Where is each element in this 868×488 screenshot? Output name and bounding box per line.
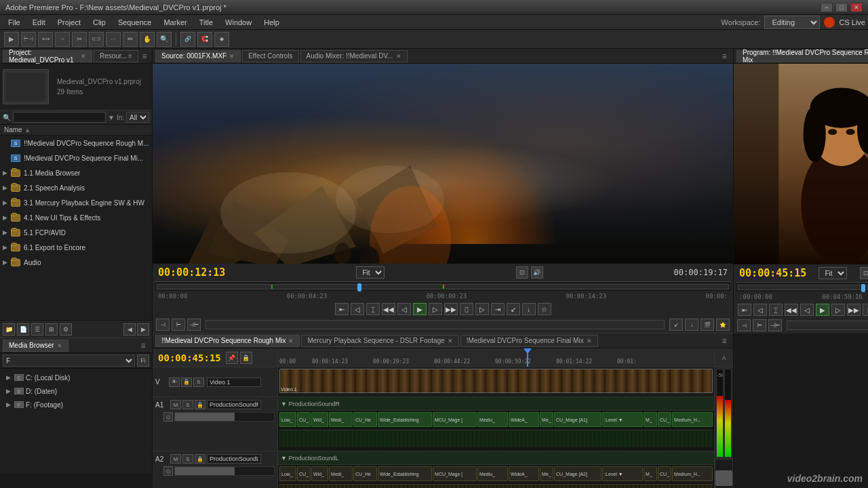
list-item[interactable]: ▶ 5.1 FCP/AVID	[0, 225, 152, 240]
list-item[interactable]: ▶ 3.1 Mercury Playback Engine SW & HW	[0, 195, 152, 210]
tool-ripple[interactable]: ⊢⊣	[21, 32, 36, 47]
prog-r2[interactable]: ⊢	[753, 319, 766, 331]
prog-step-rev[interactable]: ◁	[800, 304, 814, 316]
tab-audio-mixer[interactable]: Audio Mixer: !!Medieval DV... ✕	[300, 50, 408, 62]
source-output-toggle[interactable]: 🔊	[531, 266, 543, 279]
tool-rate[interactable]: ↔	[55, 32, 70, 47]
audio-clip[interactable]: Me_	[540, 466, 553, 481]
tab-media-browser[interactable]: Media Browser ✕	[3, 340, 68, 352]
src-r6[interactable]: 🎬	[701, 319, 714, 331]
search-in-dropdown[interactable]: All	[126, 112, 149, 123]
src-r3[interactable]: ⊣⊢	[187, 319, 201, 331]
prog-ff[interactable]: ▶▶	[847, 304, 861, 316]
icon-view-button[interactable]: ⊞	[45, 323, 58, 336]
tab-effect-controls[interactable]: Effect Controls	[242, 50, 298, 62]
tool-link[interactable]: 🔗	[180, 32, 195, 47]
timeline-rough-close[interactable]: ✕	[288, 338, 294, 344]
audio-clip[interactable]: CU_He	[353, 412, 377, 427]
source-monitor-menu[interactable]: ≡	[718, 50, 730, 62]
menu-file[interactable]: File	[3, 17, 26, 28]
src-r1[interactable]: ⊣	[156, 319, 170, 331]
src-r2[interactable]: ⊢	[172, 319, 185, 331]
menu-title[interactable]: Title	[194, 17, 218, 28]
source-scrubber-track[interactable]	[157, 284, 729, 289]
prog-r1[interactable]: ⊣	[737, 319, 751, 331]
src-r7[interactable]: ⭐	[716, 319, 730, 331]
menu-sequence[interactable]: Sequence	[113, 17, 157, 28]
tool-select[interactable]: ▶	[4, 32, 19, 47]
menu-clip[interactable]: Clip	[87, 17, 111, 28]
a2-track-name-input[interactable]	[207, 454, 261, 464]
list-item[interactable]: ▶ 4.1 New UI Tips & Effects	[0, 210, 152, 225]
video-track-name-input[interactable]	[207, 378, 261, 387]
list-view-button[interactable]: ☰	[31, 323, 43, 336]
source-mark-out[interactable]: ⌷	[460, 303, 473, 315]
minimize-button[interactable]: −	[821, 3, 833, 12]
source-go-to-in[interactable]: ⇤	[335, 303, 349, 315]
tab-resources[interactable]: Resour... ≡	[94, 50, 138, 62]
audio-clip[interactable]: Medi_	[329, 412, 353, 427]
program-fit-dropdown[interactable]: Fit	[818, 267, 847, 279]
source-scrubber[interactable]	[155, 281, 730, 291]
a1-solo[interactable]: S	[182, 400, 193, 409]
program-scrubber[interactable]	[736, 282, 868, 291]
audio-clip-level[interactable]: :Level ▼	[602, 466, 643, 481]
audio-clip[interactable]: Medium_H...	[672, 412, 713, 427]
tab-project[interactable]: Project: Medieval_DVCPro v1 ✕	[3, 50, 92, 62]
source-timecode-in[interactable]: 00:00:12:13	[158, 266, 225, 279]
prog-mark-out[interactable]: ⌷	[863, 304, 868, 316]
src-r4[interactable]: ↙	[669, 319, 683, 331]
source-scrubber-handle[interactable]	[357, 283, 361, 291]
tab-source[interactable]: Source: 0001FX.MXF ✕	[155, 50, 241, 62]
audio-clip[interactable]: CU_	[658, 412, 671, 427]
program-safe-margin[interactable]: ⊡	[860, 267, 869, 279]
audio-clip[interactable]: Medium_H...	[672, 466, 713, 481]
cs-live-label[interactable]: CS Live	[839, 18, 865, 26]
timeline-current-time[interactable]: 00:00:45:15	[155, 351, 224, 365]
drive-item-d[interactable]: ▶ D D: (Daten)	[2, 384, 150, 398]
search-filter-icon[interactable]: ▼	[108, 114, 115, 121]
new-bin-button[interactable]: 📁	[3, 323, 15, 336]
src-r5[interactable]: ↓	[685, 319, 698, 331]
close-button[interactable]: ✕	[850, 3, 863, 12]
a2-solo[interactable]: S	[182, 454, 193, 464]
a2-keyframe-toggle[interactable]: ◇	[163, 466, 173, 476]
menu-help[interactable]: Help	[258, 17, 285, 28]
source-insert[interactable]: ↙	[507, 303, 520, 315]
audio-clip-level[interactable]: :Level ▼	[602, 412, 643, 427]
audio-clip[interactable]: Wide_Establishing	[378, 412, 432, 427]
a1-volume-slider[interactable]	[174, 412, 275, 422]
a1-mute[interactable]: M	[170, 400, 181, 409]
list-item[interactable]: S !!Medieval DVCPro Sequence Rough M...	[0, 136, 152, 150]
timeline-ruler[interactable]: 00:00 00:00:14:23 00:00:29:23 00:00:44:2…	[278, 348, 714, 367]
audio-clip[interactable]: CU_	[297, 466, 311, 481]
source-fit-dropdown[interactable]: Fit	[356, 266, 384, 279]
audio-clip[interactable]: Wid_	[311, 412, 328, 427]
tool-roll[interactable]: ⟺	[38, 32, 53, 47]
tool-pen[interactable]: ✏	[123, 32, 138, 47]
a1-track-name-input[interactable]	[207, 400, 261, 409]
audio-clip[interactable]: Low_	[279, 466, 296, 481]
automate-button[interactable]: ⚙	[60, 323, 72, 336]
program-scrubber-handle[interactable]	[861, 284, 865, 292]
audio-clip[interactable]: WideA_	[509, 412, 539, 427]
audio-clip[interactable]: Wide_Establishing	[378, 466, 432, 481]
tool-slip[interactable]: ⊂⊃	[89, 32, 104, 47]
tool-hand[interactable]: ✋	[140, 32, 155, 47]
scroll-left-button[interactable]: ◀	[123, 323, 136, 336]
tab-program[interactable]: Program: !!Medieval DVCPro Sequence Roug…	[736, 50, 868, 62]
search-input[interactable]	[13, 112, 106, 123]
audio-clip[interactable]: CU_Mage [A1]	[554, 412, 601, 427]
a2-volume-slider[interactable]	[174, 466, 275, 476]
cs-live-icon[interactable]	[824, 17, 835, 28]
v-scroll-thumb[interactable]	[715, 470, 732, 486]
menu-edit[interactable]: Edit	[27, 17, 51, 28]
media-browser-close[interactable]: ✕	[57, 342, 62, 349]
prog-play[interactable]: ▶	[816, 304, 829, 316]
maximize-button[interactable]: □	[835, 3, 848, 12]
audio-clip[interactable]: CU_	[658, 466, 671, 481]
video-track-toggle-visibility[interactable]: 👁	[169, 378, 180, 387]
list-item[interactable]: ▶ 6.1 Export to Encore	[0, 240, 152, 255]
menu-window[interactable]: Window	[220, 17, 257, 28]
audio-clip[interactable]: MCU_Mage [	[433, 466, 477, 481]
